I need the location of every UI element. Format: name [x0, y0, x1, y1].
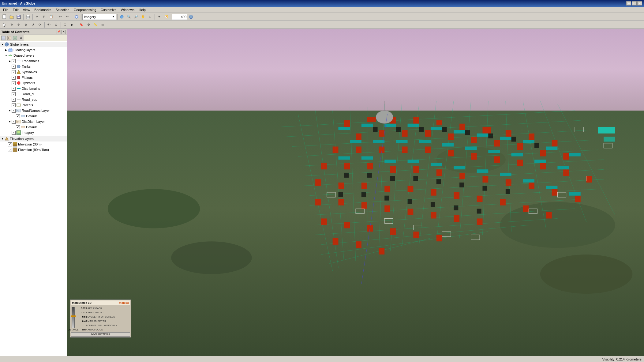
cb-fittings[interactable]	[12, 76, 16, 80]
zoom-in-button[interactable]: 🔍	[125, 13, 132, 20]
stereo-slider[interactable]: DISTANCE	[71, 306, 76, 332]
expand-roadnames[interactable]: ▼	[8, 109, 12, 112]
toc-floating-layers[interactable]: ▶ Floating layers	[0, 47, 67, 53]
timeline-button[interactable]: ⏱	[62, 21, 69, 28]
set-observer-button[interactable]: 👁	[46, 21, 52, 28]
rotate-button[interactable]: ↺	[29, 21, 36, 28]
toc-list-source-button[interactable]: Σ	[6, 35, 12, 41]
select-by-button[interactable]: ▭	[99, 21, 106, 28]
pan-button[interactable]: ✋	[140, 13, 146, 20]
toc-road-cl[interactable]: ▶ Road_cl	[0, 91, 67, 97]
toc-elevation-90m[interactable]: ▶ Elevation (90m/1km)	[0, 147, 67, 153]
cut-button[interactable]: ✂	[34, 13, 40, 20]
svg-rect-194	[396, 127, 401, 132]
animation-button[interactable]: ▶	[69, 21, 76, 28]
fly-button[interactable]: ✈	[156, 13, 163, 20]
cb-road-cl[interactable]	[12, 92, 16, 96]
basemap-dropdown[interactable]: Imagery ▼	[82, 14, 116, 20]
zoom-nav-button[interactable]: ⊕	[22, 21, 29, 28]
cb-elev90m[interactable]	[8, 148, 12, 152]
toc-roadnames-layer[interactable]: ▼ Aa RoadNames Layer	[0, 108, 67, 113]
cb-parcels[interactable]	[12, 103, 16, 107]
toc-list-visibility-button[interactable]	[12, 35, 18, 41]
cb-roadnames[interactable]	[12, 109, 16, 113]
map-view[interactable]: moreStereo 3D more3o DISTANCE 0.976 APP …	[67, 29, 644, 356]
identify-button[interactable]: ℹ	[147, 13, 153, 20]
minimize-button[interactable]: ─	[626, 1, 631, 6]
menu-view[interactable]: View	[21, 8, 32, 12]
cb-distdiam[interactable]	[12, 120, 16, 124]
toc-group-globe-layers[interactable]: ▼ Globe layers	[0, 42, 67, 47]
expand-distdiam[interactable]: ▼	[8, 120, 12, 123]
full-extent-button[interactable]	[118, 13, 125, 20]
globe-icon[interactable]	[188, 13, 194, 20]
expand-elevation-layers[interactable]: ▼	[1, 137, 4, 141]
cb-hydrants[interactable]	[12, 81, 16, 85]
cb-dd-default[interactable]	[16, 125, 20, 129]
expand-transmains[interactable]: ▶	[8, 59, 12, 63]
zoom-out-button[interactable]: 🔎	[133, 13, 139, 20]
pointer-button[interactable]	[1, 21, 8, 28]
toc-fittings[interactable]: ▶ Fittings	[0, 75, 67, 80]
scale-input[interactable]	[172, 14, 187, 20]
menu-file[interactable]: File	[1, 8, 10, 12]
orbit-button[interactable]: ↻	[8, 21, 15, 28]
toc-group-elevation-layers[interactable]: ▼ Elevation layers	[0, 136, 67, 141]
fly-nav-button[interactable]: ✈	[15, 21, 22, 28]
paste-button[interactable]: 📋	[48, 13, 54, 20]
toc-elevation-30m[interactable]: ▶ Elevation (30m)	[0, 141, 67, 147]
menu-geoprocessing[interactable]: Geoprocessing	[72, 8, 98, 12]
layer-props-button[interactable]: ⚙	[85, 21, 92, 28]
close-button[interactable]: ✕	[637, 1, 642, 6]
target-button[interactable]: ⊙	[53, 21, 59, 28]
print-button[interactable]	[24, 13, 31, 20]
menu-windows[interactable]: Windows	[119, 8, 137, 12]
cb-road-eop[interactable]	[12, 98, 16, 102]
copy-button[interactable]: ⎘	[41, 13, 47, 20]
save-settings-button[interactable]: SAVE SETTINGS	[71, 332, 130, 337]
expand-globe-layers[interactable]: ▼	[1, 43, 4, 46]
toc-hydrants[interactable]: ▶ Hydrants	[0, 80, 67, 86]
undo-button[interactable]: ↩	[57, 13, 64, 20]
toc-road-eop[interactable]: ▶ Road_eop	[0, 97, 67, 102]
menu-customize[interactable]: Customize	[99, 8, 118, 12]
bookmark-button[interactable]: 🔖	[78, 21, 85, 28]
menu-bookmarks[interactable]: Bookmarks	[32, 8, 53, 12]
cb-sysvalves[interactable]	[12, 70, 16, 74]
maximize-button[interactable]: □	[632, 1, 637, 6]
toc-roadnames-default[interactable]: ▶ Default	[0, 113, 67, 119]
redo-button[interactable]: ↪	[64, 13, 71, 20]
menu-edit[interactable]: Edit	[11, 8, 21, 12]
toc-transmains[interactable]: ▶ Transmains	[0, 58, 67, 64]
cb-imagery[interactable]	[12, 131, 16, 135]
toc-pin-button[interactable]: 📌	[57, 30, 61, 34]
cb-transmains[interactable]	[12, 59, 16, 63]
cb-elev30m[interactable]	[8, 142, 12, 146]
expand-draped[interactable]: ▼	[4, 54, 8, 57]
svg-rect-45	[17, 131, 20, 133]
toc-imagery[interactable]: ▶ Imagery	[0, 130, 67, 135]
measure-button[interactable]: 📏	[92, 21, 99, 28]
toc-list-draw-button[interactable]	[1, 35, 6, 41]
toc-tanks[interactable]: ▶ Tanks	[0, 64, 67, 69]
tilt-button[interactable]: ⟳	[36, 21, 43, 28]
menu-help[interactable]: Help	[137, 8, 148, 12]
save-button[interactable]	[15, 13, 22, 20]
menu-selection[interactable]: Selection	[54, 8, 71, 12]
open-button[interactable]	[8, 13, 15, 20]
cb-tanks[interactable]	[12, 65, 16, 69]
expand-floating[interactable]: ▶	[4, 48, 8, 52]
toc-distdiam-layer[interactable]: ▼ Ø DistDiam Layer	[0, 119, 67, 124]
toc-distdiam-default[interactable]: ▶ Default	[0, 124, 67, 130]
add-data-button[interactable]	[73, 13, 80, 20]
toc-distribmains[interactable]: ▶ Distribmains	[0, 86, 67, 91]
toc-options-button[interactable]: ⚙	[18, 35, 24, 41]
cb-rn-default[interactable]	[16, 114, 20, 118]
toc-sysvalves[interactable]: ▶ Sysvalves	[0, 69, 67, 75]
toc-parcels[interactable]: ▶ Parcels	[0, 102, 67, 108]
toc-close-button[interactable]: ✕	[62, 30, 66, 34]
cb-distribmains[interactable]	[12, 87, 16, 91]
new-button[interactable]	[1, 13, 8, 20]
navigate-button[interactable]: 🧭	[163, 13, 170, 20]
toc-draped-layers[interactable]: ▼ Draped layers	[0, 53, 67, 58]
